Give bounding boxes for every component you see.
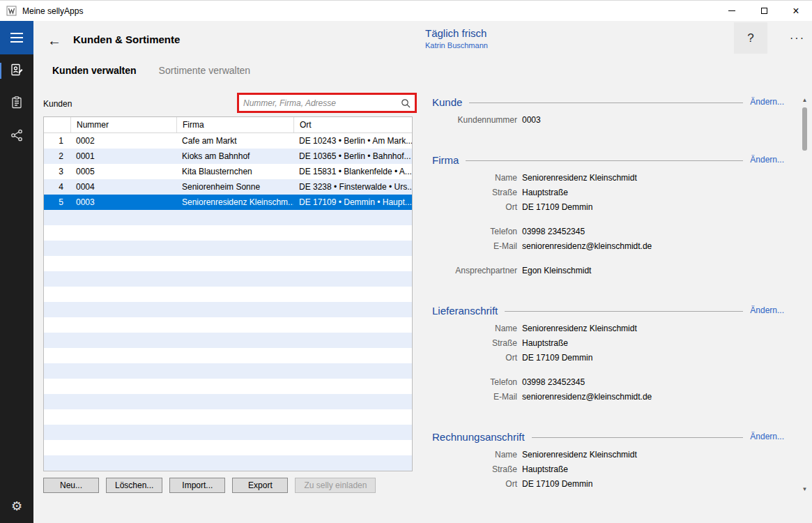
section-divider <box>466 160 743 161</box>
minimize-icon <box>728 10 735 11</box>
field-label: Ort <box>432 202 517 212</box>
aendern-link[interactable]: Ändern... <box>750 155 784 165</box>
column-header-index[interactable] <box>44 117 70 132</box>
help-button[interactable]: ? <box>734 22 767 54</box>
field-label: Telefon <box>432 377 517 387</box>
title-bar: Meine sellyApps × <box>0 0 812 21</box>
nummer-cell: 0001 <box>70 149 176 164</box>
account-info: Täglich frisch Katrin Buschmann <box>425 27 488 50</box>
field-group: AnsprechpartnerEgon Kleinschmidt <box>432 263 784 278</box>
scroll-down-button[interactable]: ▼ <box>799 484 810 494</box>
section-header: RechnungsanschriftÄndern... <box>432 429 784 444</box>
section-header: FirmaÄndern... <box>432 152 784 167</box>
customers-icon <box>10 63 24 79</box>
close-icon: × <box>792 6 799 17</box>
field-group: NameSeniorenresidenz KleinschmidtStraßeH… <box>432 321 784 365</box>
field-label: Ansprechpartner <box>432 266 517 275</box>
field-value: 03998 23452345 <box>522 227 585 236</box>
close-button[interactable]: × <box>780 1 812 21</box>
field-group: Telefon03998 23452345E-Mailseniorenresid… <box>432 374 784 404</box>
detail-field: StraßeHauptstraße <box>432 185 784 199</box>
field-value: Seniorenresidenz Kleinschmidt <box>522 324 637 333</box>
column-header-ort[interactable]: Ort <box>293 117 412 132</box>
account-user: Katrin Buschmann <box>425 41 488 50</box>
detail-field: NameSeniorenresidenz Kleinschmidt <box>432 170 784 185</box>
detail-field: NameSeniorenresidenz Kleinschmidt <box>432 447 784 462</box>
field-value: Seniorenresidenz Kleinschmidt <box>522 173 637 183</box>
field-value: Seniorenresidenz Kleinschmidt <box>522 450 637 460</box>
column-header-nummer[interactable]: Nummer <box>70 117 176 132</box>
field-value: DE 17109 Demmin <box>522 202 592 212</box>
vertical-scrollbar[interactable]: ▲ ▼ <box>799 95 810 494</box>
field-value: 0003 <box>522 115 541 125</box>
sidebar-item-customers[interactable] <box>0 54 33 87</box>
section-divider <box>532 437 744 438</box>
field-label: Straße <box>432 188 517 197</box>
section-divider <box>469 103 743 103</box>
delete-button[interactable]: Löschen... <box>106 478 162 493</box>
detail-field: E-Mailseniorenresidenz@kleinschmidt.de <box>432 238 784 253</box>
help-icon: ? <box>747 31 753 45</box>
column-header-firma[interactable]: Firma <box>176 117 293 132</box>
row-index-cell: 2 <box>44 149 70 164</box>
details-panel: KundeÄndern...Kundennummer0003FirmaÄnder… <box>432 94 784 523</box>
field-value: Egon Kleinschmidt <box>522 266 591 275</box>
account-company: Täglich frisch <box>425 27 488 39</box>
import-button[interactable]: Import... <box>169 478 225 493</box>
main-content: ← Kunden & Sortimente Täglich frisch Kat… <box>33 21 812 523</box>
minimize-button[interactable] <box>716 1 748 21</box>
back-button[interactable]: ← <box>43 29 66 52</box>
search-input[interactable] <box>239 98 399 108</box>
detail-field: OrtDE 17109 Demmin <box>432 199 784 214</box>
field-label: Name <box>432 173 517 183</box>
details-section: FirmaÄndern...NameSeniorenresidenz Klein… <box>432 152 784 278</box>
detail-field: E-Mailseniorenresidenz@kleinschmidt.de <box>432 389 784 404</box>
table-header: Nummer Firma Ort <box>44 117 412 133</box>
scroll-up-button[interactable]: ▲ <box>799 95 810 105</box>
table-row[interactable]: 40004Seniorenheim SonneDE 3238 • Finster… <box>44 179 412 195</box>
aendern-link[interactable]: Ändern... <box>750 305 784 315</box>
customers-table: Nummer Firma Ort 10002Cafe am MarktDE 10… <box>43 116 413 471</box>
aendern-link[interactable]: Ändern... <box>750 432 784 441</box>
page-title: Kunden & Sortimente <box>73 33 180 45</box>
field-value: Hauptstraße <box>522 338 568 348</box>
sidebar-item-assortments[interactable] <box>0 87 33 120</box>
settings-button[interactable]: ⚙ <box>0 492 33 520</box>
table-row[interactable]: 50003Seniorenresidenz Kleinschm...DE 171… <box>44 195 412 210</box>
tab-sortimente-verwalten[interactable]: Sortimente verwalten <box>159 65 251 76</box>
field-value: Hauptstraße <box>522 188 568 197</box>
window-title: Meine sellyApps <box>22 6 83 16</box>
field-label: Name <box>432 450 517 460</box>
row-index-cell: 1 <box>44 133 70 149</box>
field-value: seniorenresidenz@kleinschmidt.de <box>522 392 652 402</box>
scrollbar-thumb[interactable] <box>802 107 807 151</box>
table-row[interactable]: 30005Kita BlausternchenDE 15831 • Blanke… <box>44 164 412 179</box>
maximize-icon <box>761 8 767 14</box>
field-label: Ort <box>432 479 517 489</box>
hamburger-menu-button[interactable] <box>0 21 33 54</box>
app-logo-icon <box>6 6 17 16</box>
sidebar-item-share[interactable] <box>0 120 33 153</box>
table-row[interactable]: 20001Kioks am BahnhofDE 10365 • Berlin •… <box>44 149 412 164</box>
row-index-cell: 3 <box>44 164 70 179</box>
more-button[interactable]: ··· <box>785 29 810 48</box>
field-value: seniorenresidenz@kleinschmidt.de <box>522 241 652 251</box>
customer-actions: Neu...Löschen...Import...ExportZu selly … <box>43 478 376 493</box>
field-label: E-Mail <box>432 392 517 402</box>
export-button[interactable]: Export <box>232 478 288 493</box>
detail-field: OrtDE 17109 Demmin <box>432 350 784 365</box>
search-icon <box>399 98 413 108</box>
invite-to-selly-button: Zu selly einladen <box>295 478 376 493</box>
new-button[interactable]: Neu... <box>43 478 99 493</box>
table-row[interactable]: 10002Cafe am MarktDE 10243 • Berlin • Am… <box>44 133 412 149</box>
detail-field: Kundennummer0003 <box>432 112 784 127</box>
ort-cell: DE 10243 • Berlin • Am Mark... <box>293 133 412 149</box>
nummer-cell: 0004 <box>70 179 176 195</box>
maximize-button[interactable] <box>748 1 780 21</box>
clipboard-icon <box>10 96 24 112</box>
aendern-link[interactable]: Ändern... <box>750 97 784 107</box>
tab-kunden-verwalten[interactable]: Kunden verwalten <box>52 65 137 76</box>
field-value: DE 17109 Demmin <box>522 353 592 363</box>
section-header: LieferanschriftÄndern... <box>432 303 784 318</box>
detail-field: OrtDE 17109 Demmin <box>432 476 784 491</box>
